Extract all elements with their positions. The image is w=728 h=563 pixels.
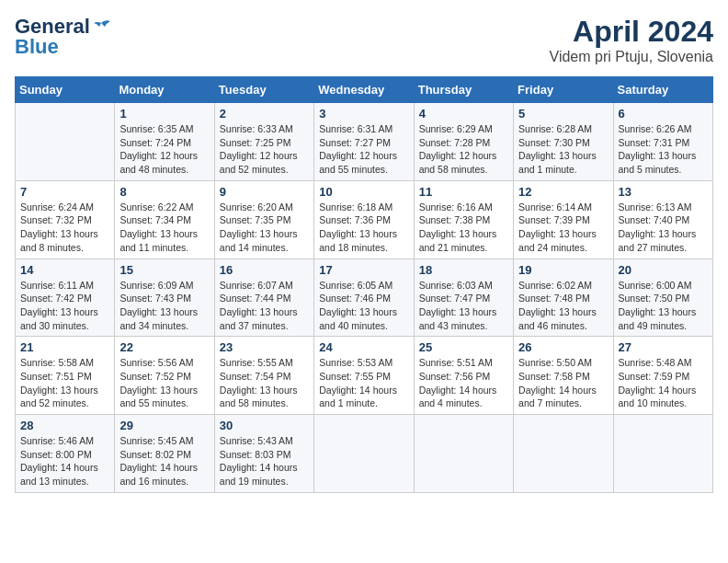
calendar-cell: 9Sunrise: 6:20 AMSunset: 7:35 PMDaylight… [214, 180, 313, 259]
weekday-header-monday: Monday [115, 77, 214, 103]
day-number: 11 [419, 185, 508, 199]
logo-blue: Blue [15, 35, 59, 59]
calendar-cell: 4Sunrise: 6:29 AMSunset: 7:28 PMDaylight… [414, 103, 513, 181]
week-row-5: 28Sunrise: 5:46 AMSunset: 8:00 PMDayligh… [16, 415, 713, 493]
day-info: Sunrise: 5:43 AMSunset: 8:03 PMDaylight:… [220, 434, 309, 488]
calendar-cell: 20Sunrise: 6:00 AMSunset: 7:50 PMDayligh… [613, 259, 712, 337]
calendar-cell [514, 415, 613, 493]
calendar-cell [613, 415, 712, 493]
day-info: Sunrise: 6:02 AMSunset: 7:48 PMDaylight:… [518, 279, 608, 333]
calendar-cell: 28Sunrise: 5:46 AMSunset: 8:00 PMDayligh… [16, 415, 115, 493]
day-number: 24 [319, 340, 408, 354]
calendar-cell: 16Sunrise: 6:07 AMSunset: 7:44 PMDayligh… [214, 259, 313, 337]
weekday-header-tuesday: Tuesday [214, 77, 313, 103]
day-info: Sunrise: 6:24 AMSunset: 7:32 PMDaylight:… [20, 201, 109, 255]
day-number: 13 [619, 185, 708, 199]
calendar-cell: 24Sunrise: 5:53 AMSunset: 7:55 PMDayligh… [314, 337, 414, 415]
day-number: 22 [119, 340, 209, 354]
day-info: Sunrise: 5:53 AMSunset: 7:55 PMDaylight:… [319, 356, 408, 410]
day-number: 27 [619, 340, 708, 354]
calendar-cell: 1Sunrise: 6:35 AMSunset: 7:24 PMDaylight… [115, 103, 214, 181]
day-info: Sunrise: 6:00 AMSunset: 7:50 PMDaylight:… [619, 279, 708, 333]
day-info: Sunrise: 6:14 AMSunset: 7:39 PMDaylight:… [518, 201, 608, 255]
calendar-cell: 21Sunrise: 5:58 AMSunset: 7:51 PMDayligh… [16, 337, 115, 415]
day-number: 5 [518, 107, 608, 121]
logo: General Blue [15, 15, 110, 59]
day-number: 28 [20, 419, 109, 432]
day-number: 9 [220, 185, 309, 199]
day-info: Sunrise: 6:33 AMSunset: 7:25 PMDaylight:… [220, 122, 309, 177]
weekday-header-wednesday: Wednesday [314, 77, 414, 103]
day-number: 18 [419, 263, 508, 277]
day-number: 1 [119, 107, 209, 121]
day-number: 23 [220, 340, 309, 354]
calendar-table: SundayMondayTuesdayWednesdayThursdayFrid… [15, 76, 713, 493]
calendar-cell: 26Sunrise: 5:50 AMSunset: 7:58 PMDayligh… [514, 337, 613, 415]
day-info: Sunrise: 5:55 AMSunset: 7:54 PMDaylight:… [220, 356, 309, 410]
calendar-cell: 10Sunrise: 6:18 AMSunset: 7:36 PMDayligh… [314, 180, 414, 259]
day-number: 26 [518, 340, 608, 354]
day-info: Sunrise: 6:09 AMSunset: 7:43 PMDaylight:… [119, 279, 209, 333]
calendar-body: 1Sunrise: 6:35 AMSunset: 7:24 PMDaylight… [16, 103, 713, 493]
weekday-header-friday: Friday [514, 77, 613, 103]
day-info: Sunrise: 5:50 AMSunset: 7:58 PMDaylight:… [518, 356, 608, 410]
day-number: 7 [20, 185, 109, 199]
day-number: 4 [419, 107, 508, 121]
day-info: Sunrise: 5:46 AMSunset: 8:00 PMDaylight:… [20, 434, 109, 488]
day-info: Sunrise: 5:51 AMSunset: 7:56 PMDaylight:… [419, 356, 508, 410]
calendar-cell: 8Sunrise: 6:22 AMSunset: 7:34 PMDaylight… [115, 180, 214, 259]
calendar-cell: 17Sunrise: 6:05 AMSunset: 7:46 PMDayligh… [314, 259, 414, 337]
day-number: 21 [20, 340, 109, 354]
calendar-cell [16, 103, 115, 181]
calendar-cell: 3Sunrise: 6:31 AMSunset: 7:27 PMDaylight… [314, 103, 414, 181]
day-number: 6 [619, 107, 708, 121]
day-info: Sunrise: 6:22 AMSunset: 7:34 PMDaylight:… [119, 201, 209, 255]
calendar-cell [314, 415, 414, 493]
weekday-header-saturday: Saturday [613, 77, 712, 103]
day-info: Sunrise: 6:20 AMSunset: 7:35 PMDaylight:… [220, 201, 309, 255]
location-title: Videm pri Ptuju, Slovenia [550, 49, 713, 65]
day-info: Sunrise: 5:56 AMSunset: 7:52 PMDaylight:… [119, 356, 209, 410]
day-info: Sunrise: 5:48 AMSunset: 7:59 PMDaylight:… [619, 356, 708, 410]
calendar-cell: 12Sunrise: 6:14 AMSunset: 7:39 PMDayligh… [514, 180, 613, 259]
day-info: Sunrise: 6:31 AMSunset: 7:27 PMDaylight:… [319, 122, 408, 177]
calendar-cell: 13Sunrise: 6:13 AMSunset: 7:40 PMDayligh… [613, 180, 712, 259]
calendar-header-row: SundayMondayTuesdayWednesdayThursdayFrid… [16, 77, 713, 103]
calendar-cell [414, 415, 513, 493]
title-area: April 2024 Videm pri Ptuju, Slovenia [550, 15, 713, 65]
weekday-header-thursday: Thursday [414, 77, 513, 103]
day-info: Sunrise: 6:11 AMSunset: 7:42 PMDaylight:… [20, 279, 109, 333]
day-number: 14 [20, 263, 109, 277]
day-number: 3 [319, 107, 408, 121]
day-number: 12 [518, 185, 608, 199]
day-info: Sunrise: 5:45 AMSunset: 8:02 PMDaylight:… [119, 434, 209, 488]
day-info: Sunrise: 6:13 AMSunset: 7:40 PMDaylight:… [619, 201, 708, 255]
day-info: Sunrise: 6:18 AMSunset: 7:36 PMDaylight:… [319, 201, 408, 255]
calendar-cell: 14Sunrise: 6:11 AMSunset: 7:42 PMDayligh… [16, 259, 115, 337]
calendar-cell: 18Sunrise: 6:03 AMSunset: 7:47 PMDayligh… [414, 259, 513, 337]
calendar-cell: 5Sunrise: 6:28 AMSunset: 7:30 PMDaylight… [514, 103, 613, 181]
month-title: April 2024 [550, 15, 713, 49]
week-row-1: 1Sunrise: 6:35 AMSunset: 7:24 PMDaylight… [16, 103, 713, 181]
day-number: 8 [119, 185, 209, 199]
week-row-3: 14Sunrise: 6:11 AMSunset: 7:42 PMDayligh… [16, 259, 713, 337]
day-number: 19 [518, 263, 608, 277]
week-row-2: 7Sunrise: 6:24 AMSunset: 7:32 PMDaylight… [16, 180, 713, 259]
calendar-cell: 2Sunrise: 6:33 AMSunset: 7:25 PMDaylight… [214, 103, 313, 181]
calendar-cell: 25Sunrise: 5:51 AMSunset: 7:56 PMDayligh… [414, 337, 513, 415]
day-info: Sunrise: 6:03 AMSunset: 7:47 PMDaylight:… [419, 279, 508, 333]
day-number: 16 [220, 263, 309, 277]
calendar-cell: 19Sunrise: 6:02 AMSunset: 7:48 PMDayligh… [514, 259, 613, 337]
day-info: Sunrise: 6:28 AMSunset: 7:30 PMDaylight:… [518, 122, 608, 177]
day-info: Sunrise: 6:05 AMSunset: 7:46 PMDaylight:… [319, 279, 408, 333]
day-number: 20 [619, 263, 708, 277]
day-info: Sunrise: 6:29 AMSunset: 7:28 PMDaylight:… [419, 122, 508, 177]
day-number: 29 [119, 419, 209, 432]
day-number: 15 [119, 263, 209, 277]
header: General Blue April 2024 Videm pri Ptuju,… [15, 15, 713, 65]
day-info: Sunrise: 6:26 AMSunset: 7:31 PMDaylight:… [619, 122, 708, 177]
calendar-cell: 29Sunrise: 5:45 AMSunset: 8:02 PMDayligh… [115, 415, 214, 493]
day-number: 10 [319, 185, 408, 199]
day-number: 25 [419, 340, 508, 354]
day-number: 17 [319, 263, 408, 277]
